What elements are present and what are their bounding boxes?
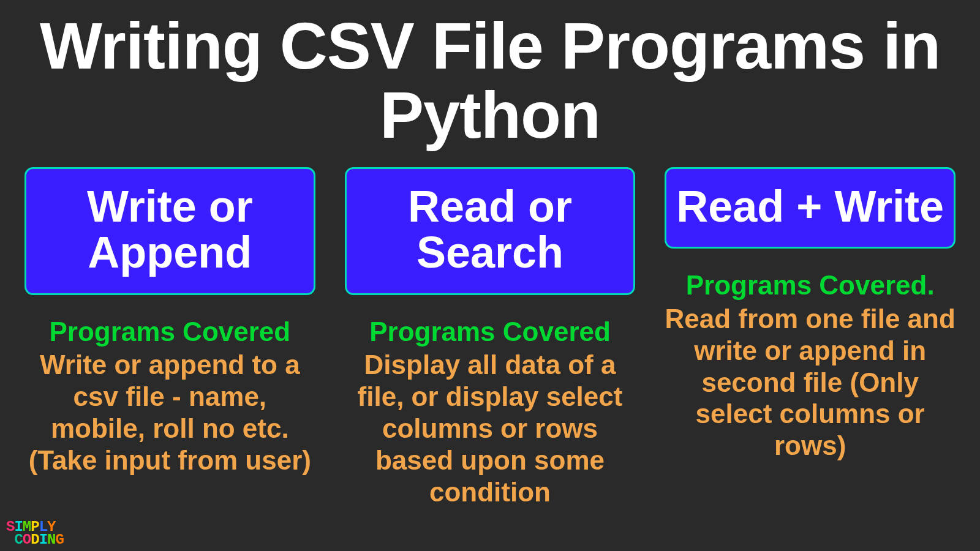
column-2: Read or Search Programs Covered Display … bbox=[345, 167, 636, 508]
desc-1: Write or append to a csv file - name, mo… bbox=[24, 349, 315, 476]
brand-logo: SIMPLY CODING bbox=[6, 521, 64, 546]
desc-3: Read from one file and write or append i… bbox=[665, 303, 956, 462]
slide-title: Writing CSV File Programs in Python bbox=[0, 0, 980, 150]
column-1: Write or Append Programs Covered Write o… bbox=[24, 167, 315, 508]
column-3: Read + Write Programs Covered. Read from… bbox=[665, 167, 956, 508]
subhead-2: Programs Covered bbox=[369, 317, 611, 347]
card-read-write: Read + Write bbox=[665, 167, 956, 249]
subhead-1: Programs Covered bbox=[49, 317, 290, 347]
subhead-3: Programs Covered. bbox=[686, 271, 935, 300]
card-write-append: Write or Append bbox=[24, 167, 315, 295]
desc-2: Display all data of a file, or display s… bbox=[345, 349, 636, 508]
columns-container: Write or Append Programs Covered Write o… bbox=[0, 167, 980, 508]
card-read-search: Read or Search bbox=[345, 167, 636, 295]
